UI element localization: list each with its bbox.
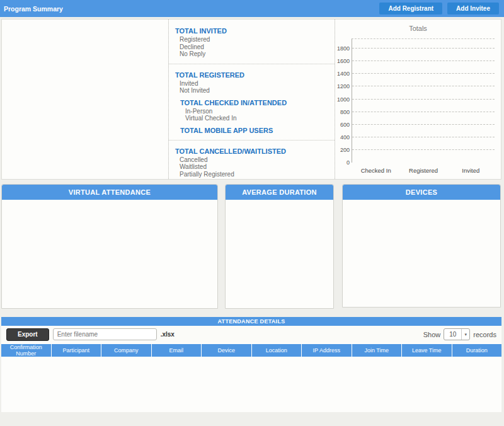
column-header-join-time[interactable]: Join Time — [352, 344, 402, 357]
stat-group: TOTAL INVITEDRegisteredDeclinedNo Reply — [175, 27, 329, 58]
stat-item: Invited — [175, 80, 329, 88]
gridline — [352, 73, 495, 74]
stat-item: Virtual Checked In — [175, 115, 329, 122]
chevron-down-icon: ▾ — [461, 329, 469, 340]
summary-stats-column: TOTAL INVITEDRegisteredDeclinedNo ReplyT… — [169, 20, 335, 179]
column-header-ip-address[interactable]: IP Address — [302, 344, 352, 357]
stat-item: No Reply — [175, 50, 329, 58]
stat-group: TOTAL REGISTEREDInvitedNot Invited — [175, 71, 329, 95]
virtual-attendance-panel-header: VIRTUAL ATTENDANCE — [2, 185, 217, 200]
column-header-duration[interactable]: Duration — [452, 344, 502, 357]
y-axis-tick-label: 200 — [340, 147, 350, 153]
y-axis-tick-label: 1400 — [337, 71, 350, 77]
stat-item: Partially Registered — [175, 171, 329, 178]
stat-group: TOTAL MOBILE APP USERS — [175, 127, 329, 134]
attendance-table-body-empty — [1, 357, 501, 412]
page-size-value: 10 — [444, 329, 461, 340]
column-header-company[interactable]: Company — [101, 344, 151, 357]
gridline — [352, 137, 495, 137]
attendance-toolbar: Export .xlsx Show 10 ▾ records — [1, 326, 501, 343]
gridline — [352, 60, 495, 61]
column-header-confirmation-number[interactable]: Confirmation Number — [1, 344, 51, 357]
attendance-details-section: ATTENDANCE DETAILS Export .xlsx Show 10 … — [1, 317, 501, 412]
column-header-leave-time[interactable]: Leave Time — [402, 344, 452, 357]
devices-panel-header: DEVICES — [343, 185, 500, 200]
gridline — [352, 48, 495, 49]
top-header-bar: Program Summary Add Registrant Add Invit… — [0, 0, 504, 17]
dotted-divider — [169, 64, 335, 64]
gridline — [352, 99, 495, 100]
stat-item: Cancelled — [175, 156, 329, 164]
stat-item: Registered — [175, 36, 329, 43]
stat-group-heading: TOTAL REGISTERED — [175, 71, 329, 79]
y-axis-tick-label: 1200 — [337, 83, 350, 89]
x-category-label: Registered — [409, 167, 438, 174]
gridline — [352, 112, 495, 112]
stat-group-heading: TOTAL CHECKED IN/ATTENDED — [175, 99, 329, 106]
stat-item: Declined — [175, 43, 329, 51]
show-label: Show — [423, 331, 441, 338]
y-axis-tick-label: 1800 — [337, 45, 350, 52]
column-header-email[interactable]: Email — [152, 344, 202, 357]
y-axis-tick-label: 0 — [346, 159, 350, 166]
file-extension-label: .xlsx — [161, 331, 175, 338]
virtual-attendance-panel: VIRTUAL ATTENDANCE — [1, 184, 218, 309]
stat-group-heading: TOTAL CANCELLED/WAITLISTED — [175, 147, 329, 155]
column-header-location[interactable]: Location — [252, 344, 302, 357]
dotted-divider — [169, 140, 335, 141]
page-size-select[interactable]: 10 ▾ — [444, 328, 470, 340]
stat-group-heading: TOTAL MOBILE APP USERS — [175, 127, 329, 134]
stat-item: In-Person — [175, 108, 329, 115]
stat-group: TOTAL CANCELLED/WAITLISTEDCancelledWaitl… — [175, 147, 329, 178]
add-invitee-button[interactable]: Add Invitee — [447, 3, 499, 14]
attendance-details-title: ATTENDANCE DETAILS — [1, 317, 501, 326]
gridline — [352, 86, 495, 86]
column-header-device[interactable]: Device — [202, 344, 251, 357]
records-label: records — [473, 331, 496, 338]
y-axis-tick-label: 1000 — [337, 96, 350, 103]
add-registrant-button[interactable]: Add Registrant — [379, 3, 442, 14]
y-axis-tick-label: 400 — [340, 134, 350, 141]
gridline — [352, 149, 495, 150]
attendance-table-header-row: Confirmation NumberParticipantCompanyEma… — [1, 344, 501, 357]
y-axis-tick-label: 600 — [340, 122, 350, 128]
page-title: Program Summary — [4, 5, 379, 13]
y-axis-tick-label: 1600 — [337, 58, 350, 64]
column-header-participant[interactable]: Participant — [52, 344, 101, 357]
filename-input[interactable] — [53, 328, 157, 340]
summary-left-empty-region — [2, 20, 169, 179]
program-summary-panel: TOTAL INVITEDRegisteredDeclinedNo ReplyT… — [1, 19, 501, 180]
chart-plot-area: 200400600800100012001400160018000Checked… — [352, 38, 495, 163]
export-button[interactable]: Export — [6, 328, 49, 341]
stat-item: Not Invited — [175, 87, 329, 95]
average-duration-panel: AVERAGE DURATION — [225, 184, 334, 309]
stat-item: Waitlisted — [175, 163, 329, 171]
average-duration-panel-header: AVERAGE DURATION — [226, 185, 333, 200]
y-axis-tick-label: 800 — [340, 109, 350, 115]
stat-group-heading: TOTAL INVITED — [175, 27, 329, 35]
gridline — [352, 124, 495, 125]
x-category-label: Checked In — [361, 167, 391, 174]
stat-group: TOTAL CHECKED IN/ATTENDEDIn-PersonVirtua… — [175, 99, 329, 122]
chart-title: Totals — [335, 25, 501, 32]
totals-chart: Totals 200400600800100012001400160018000… — [335, 20, 501, 179]
x-category-label: Invited — [462, 167, 479, 174]
devices-panel: DEVICES — [342, 184, 501, 308]
